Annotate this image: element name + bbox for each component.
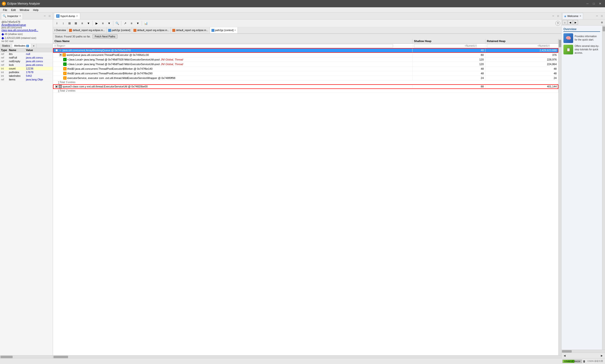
inspector-h-scrollbar[interactable] [0,355,53,358]
toolbar-help-btn[interactable]: ? [555,21,560,26]
welcome-content: Overview 🧠 Provides information for the … [562,26,602,350]
welcome-overview-header: Overview [564,27,600,32]
inspector-class-link[interactable]: class java.util.concurrent.ArrayB... [1,29,51,32]
row-retained: 224,864 [486,62,558,66]
class-name-filter[interactable] [54,44,393,47]
fetch-next-btn[interactable]: Fetch Next Paths [92,35,118,39]
table-row[interactable]: ▼ F workQueue java.util.concurrent.Threa… [53,53,558,57]
tab-path2gc-1[interactable]: path2gc [context] [107,27,132,33]
editor-maximize-btn[interactable]: □ [556,14,560,18]
tab-overview-label: Overview [56,29,66,32]
inspector-tab-more[interactable]: » [31,44,37,48]
table-row[interactable]: L <Java Local> java.lang.Thread @ 0x748d… [53,57,558,62]
table-row[interactable]: F this$0 java.util.concurrent.ThreadPool… [53,71,558,76]
table-row-highlighted[interactable]: int count 12236 [0,67,53,70]
welcome-nav-prev[interactable]: ◀ [563,353,567,358]
toolbar-x-btn[interactable]: ⊠ [73,20,79,26]
main-v-scrollbar[interactable] [558,39,561,355]
trash-icon[interactable]: 🗑 [583,360,586,363]
row-class: workQueue java.util.concurrent.ThreadPoo… [66,53,149,56]
welcome-tab[interactable]: ◉ Welcome ✕ [563,13,583,19]
retained-filter[interactable] [487,44,550,47]
table-row[interactable]: int takeIndex 5442 [0,74,53,78]
table-row[interactable]: F executorService, executor com .ext.uti… [53,76,558,80]
editor-minimize-btn[interactable]: ─ [551,14,555,18]
dump-tab-icon: D [56,14,60,18]
nav-back-btn[interactable]: ◀ [568,20,573,25]
table-row[interactable]: ref lock java.util.concu [0,63,53,67]
tab-path2gc-2[interactable]: path2gc [context] ✕ [210,27,238,33]
welcome-overview-section: 🧠 Provides information for the quick sta… [564,33,600,43]
toolbar-search-btn[interactable]: 🔍 [114,20,120,26]
toolbar-dropdown1-btn[interactable]: ▼ [86,20,92,26]
main-content: 🔍 Inspector ✕ ─ □ @0x745e5c678 ArrayBloc… [0,13,605,358]
toolbar-sort-btn[interactable]: ↕ [60,20,66,26]
toolbar-list2-btn[interactable]: ≡ [100,20,106,26]
table-row[interactable]: ref itrs null [0,52,53,56]
row-retained: 24 [486,76,558,80]
welcome-bottom-nav: ◀ ▶ [562,352,605,358]
close-button[interactable]: ✕ [597,1,603,6]
inspector-minimize-btn[interactable]: ─ [42,14,47,18]
table-row[interactable]: int putIndex 17678 [0,70,53,74]
tab-overview[interactable]: i Overview [53,27,67,33]
welcome-nav-next[interactable]: ▶ [600,353,604,358]
expand-icon[interactable]: ▼ [59,54,62,56]
toolbar-chart-btn[interactable]: 📊 [143,20,149,26]
menu-help[interactable]: Help [31,8,40,12]
row-shallow: 88 [412,84,486,89]
welcome-tab-close[interactable]: ✕ [579,15,581,17]
welcome-settings-btn[interactable]: ⚙ [600,20,604,25]
field-icon: F [63,72,66,75]
inspector-tab[interactable]: 🔍 Inspector ✕ [1,13,23,19]
welcome-v-scrollbar[interactable] [602,26,605,350]
toolbar-info-btn[interactable]: i [54,20,60,26]
inspector-classname[interactable]: ArrayBlockingQueue [1,23,51,26]
content-tabs: i Overview default_report org.eclipse.m.… [53,27,561,34]
toolbar-menu-btn[interactable]: ≡ [129,20,134,26]
table-row[interactable]: L <Java Local> java.lang.Thread @ 0x748d… [53,62,558,66]
minimize-button[interactable]: ─ [585,1,591,6]
table-row[interactable]: ref notFull java.util.concu [0,56,53,60]
welcome-h-scrollbar[interactable] [562,350,605,352]
toolbar-grid-btn[interactable]: ⊞ [66,20,72,26]
table-row[interactable]: F this$0 java.util.concurrent.ThreadPool… [53,66,558,71]
menu-file[interactable]: File [1,8,9,12]
total-row: ∑Total: 5 entries [53,80,558,84]
toolbar-dropdown2-btn[interactable]: ▼ [106,20,112,26]
expand-icon[interactable]: ▶ [55,85,58,88]
menu-edit[interactable]: Edit [9,8,18,12]
toolbar-dropdown3-btn[interactable]: ▼ [135,20,141,26]
welcome-nav-btns: ⌂ ◀ ▶ [563,20,578,25]
welcome-minimize-btn[interactable]: ─ [595,14,599,18]
tab-default-report-3[interactable]: default_report org.eclipse.m... [171,27,210,33]
table-row[interactable]: ref notEmpty java.util.concu [0,60,53,63]
welcome-maximize-btn[interactable]: □ [600,14,604,18]
shallow-filter[interactable] [414,44,477,47]
inspector-tab-attributes[interactable]: Attributes 2 [12,44,31,48]
tab-default-report-1[interactable]: default_report org.eclipse.m... [67,27,106,33]
tab-path2-close[interactable]: ✕ [234,29,236,31]
toolbar-sep2 [113,21,113,26]
field-icon: F [63,53,66,57]
table-row[interactable]: ref items java.lang.Obje [0,78,53,81]
maximize-button[interactable]: □ [591,1,597,6]
menu-window[interactable]: Window [18,8,31,12]
tab-default-report-2[interactable]: default_report org.eclipse.m... [132,27,171,33]
toolbar-sep4 [142,21,142,26]
inspector-tab-close[interactable]: ✕ [19,15,21,17]
inspector-tab-statics[interactable]: Statics [0,44,12,48]
toolbar-export-btn[interactable]: ↗ [122,20,128,26]
expand-icon[interactable]: ▼ [55,49,58,52]
editor-tab-close[interactable]: ✕ [76,15,78,17]
toolbar-list-btn[interactable]: ≡ [79,20,85,26]
nav-home-btn[interactable]: ⌂ [563,20,567,25]
inspector-maximize-btn[interactable]: □ [47,14,52,18]
main-h-scrollbar[interactable] [53,355,561,358]
tab-path2-label: path2gc [context] [215,29,234,32]
editor-tab-dump[interactable]: D hypc4.dump ✕ [54,13,80,19]
toolbar-run-btn[interactable]: ▶ [93,20,99,26]
table-row[interactable]: ▼ O java.util.concurrent.ArrayBlockingQu… [53,48,558,53]
table-row[interactable]: ▶ C queue3 class com.y ext.util.thread.E… [53,84,558,89]
nav-forward-btn[interactable]: ▶ [573,20,578,25]
